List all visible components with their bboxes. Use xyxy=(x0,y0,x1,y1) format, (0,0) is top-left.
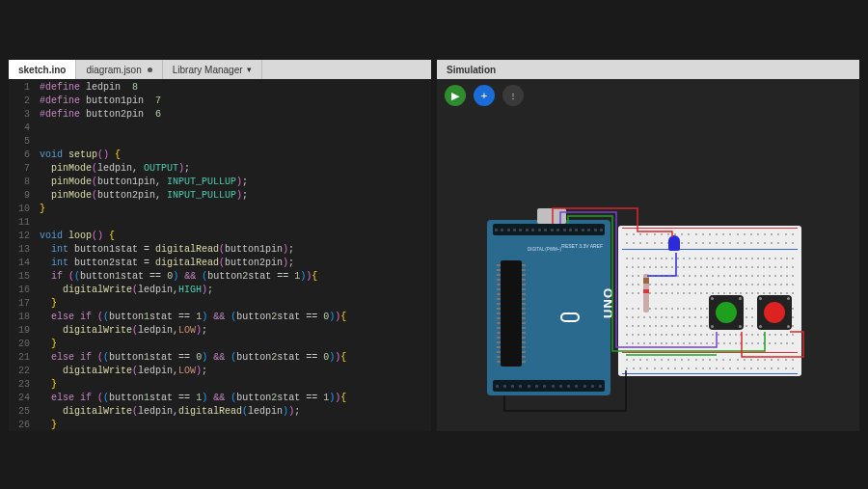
arduino-atmega-chip xyxy=(501,260,522,367)
breadboard-rail-pos-bot xyxy=(622,352,798,353)
code-content: #define ledpin 8#define button1pin 7#def… xyxy=(36,79,431,431)
arduino-pin-labels: DIGITAL (PWM~) xyxy=(528,247,561,253)
add-component-button[interactable]: + xyxy=(474,85,495,106)
chevron-down-icon: ▾ xyxy=(247,65,252,74)
tab-diagram-json[interactable]: diagram.json xyxy=(76,60,162,79)
breadboard-terminal-strip-a xyxy=(626,255,794,297)
play-icon: ▶ xyxy=(451,90,459,102)
simulation-menu-button[interactable]: ⋮ xyxy=(502,85,524,106)
kebab-icon: ⋮ xyxy=(509,92,518,100)
simulation-title: Simulation xyxy=(447,65,496,75)
push-button-red[interactable] xyxy=(757,295,792,330)
breadboard-rail-pos-top xyxy=(622,228,798,229)
simulation-header: Simulation xyxy=(437,60,859,79)
led-component[interactable] xyxy=(668,235,680,251)
button-cap xyxy=(764,302,785,323)
arduino-power-analog-header[interactable] xyxy=(493,380,605,392)
tab-label: sketch.ino xyxy=(18,65,66,75)
tab-sketch-ino[interactable]: sketch.ino xyxy=(9,60,76,79)
push-button-green[interactable] xyxy=(709,295,744,330)
plus-icon: + xyxy=(481,90,487,101)
unsaved-dot-icon xyxy=(148,68,152,72)
line-number-gutter: 1234567891011121314151617181920212223242… xyxy=(9,79,36,431)
arduino-uno-board[interactable]: UNO DIGITAL (PWM~) RESET 3.3V AREF xyxy=(487,220,610,395)
simulation-canvas[interactable]: UNO DIGITAL (PWM~) RESET 3.3V AREF xyxy=(437,112,859,431)
breadboard-rail-neg-bot xyxy=(622,373,798,374)
arduino-reset-label: RESET 3.3V AREF xyxy=(561,243,603,249)
simulation-toolbar: ▶ + ⋮ xyxy=(437,79,859,112)
button-cap xyxy=(716,302,737,323)
breadboard-power-rail-top xyxy=(626,230,794,247)
breadboard-power-rail-bot xyxy=(626,355,794,372)
arduino-board-name: UNO xyxy=(601,287,615,318)
resistor-component[interactable] xyxy=(643,274,649,312)
tab-library-manager[interactable]: Library Manager ▾ xyxy=(163,60,262,79)
simulation-pane: Simulation ▶ + ⋮ UNO DIGITAL (PWM~) R xyxy=(437,60,859,431)
play-button[interactable]: ▶ xyxy=(445,85,466,106)
tab-label: Library Manager xyxy=(173,65,243,75)
arduino-logo-icon xyxy=(560,312,580,322)
arduino-digital-header[interactable] xyxy=(493,224,605,235)
tab-label: diagram.json xyxy=(86,65,141,75)
editor-tabbar: sketch.ino diagram.json Library Manager … xyxy=(9,60,431,79)
editor-pane: sketch.ino diagram.json Library Manager … xyxy=(9,60,431,431)
breadboard-rail-neg-top xyxy=(622,249,798,250)
code-editor[interactable]: 1234567891011121314151617181920212223242… xyxy=(9,79,431,431)
